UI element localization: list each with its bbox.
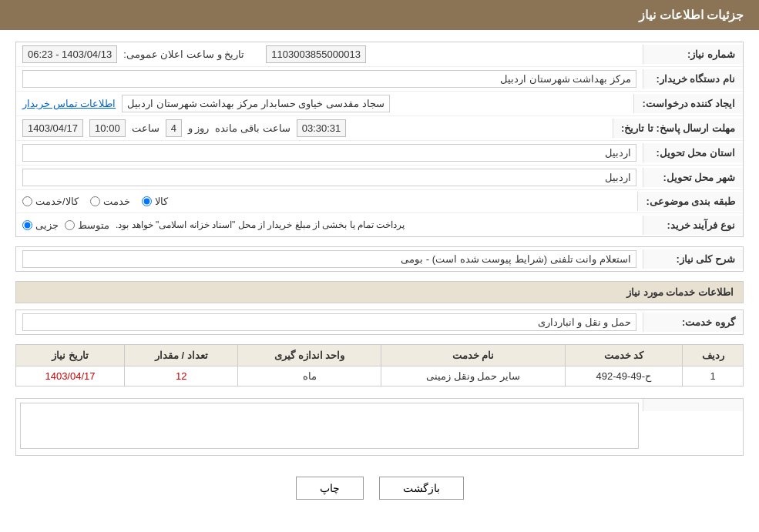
buyer-org-label: نام دستگاه خریدار:	[643, 69, 743, 89]
cell-date: 1403/04/17	[16, 366, 125, 386]
page-header: جزئیات اطلاعات نیاز	[0, 0, 759, 30]
need-number-label: شماره نیاز:	[643, 45, 743, 64]
col-code: کد خدمت	[565, 345, 682, 366]
service-group-value: حمل و نقل و انبارداری	[16, 310, 643, 334]
process-note: پرداخت تمام یا بخشی از مبلغ خریدار از مح…	[116, 219, 405, 230]
province-row: استان محل تحویل: اردبیل	[16, 141, 743, 166]
service-info-title: اطلاعات خدمات مورد نیاز	[15, 281, 744, 303]
buyer-org-input: مرکز بهداشت شهرستان اردبیل	[22, 70, 636, 88]
description-input: استعلام وانت تلفنی (شرایط پیوست شده است)…	[22, 250, 636, 268]
category-value: کالا خدمت کالا/خدمت	[16, 192, 637, 210]
buyer-notes-value	[16, 399, 643, 455]
col-quantity: تعداد / مقدار	[125, 345, 238, 366]
buyer-notes-section	[15, 398, 744, 456]
buyer-notes-label	[643, 399, 743, 411]
province-input: اردبیل	[22, 144, 636, 162]
table-header-row: ردیف کد خدمت نام خدمت واحد اندازه گیری ت…	[16, 345, 744, 366]
main-content: شماره نیاز: 1103003855000013 تاریخ و ساع…	[0, 30, 759, 523]
button-row: بازگشت چاپ	[15, 465, 744, 511]
process-jozi-label: جزیی	[35, 219, 59, 231]
buyer-org-row: نام دستگاه خریدار: مرکز بهداشت شهرستان ا…	[16, 67, 743, 92]
city-input: اردبیل	[22, 169, 636, 186]
requester-input: سجاد مقدسی خیاوی حسابدار مرکز بهداشت شهر…	[122, 95, 389, 112]
service-group-section: گروه خدمت: حمل و نقل و انبارداری	[15, 309, 744, 335]
announce-date-label: تاریخ و ساعت اعلان عمومی:	[123, 49, 244, 60]
buyer-org-value: مرکز بهداشت شهرستان اردبیل	[16, 67, 643, 91]
city-value: اردبیل	[16, 166, 643, 189]
need-number-row: شماره نیاز: 1103003855000013 تاریخ و ساع…	[16, 42, 743, 67]
description-value: استعلام وانت تلفنی (شرایط پیوست شده است)…	[16, 247, 643, 271]
announce-date-value: 1403/04/13 - 06:23	[22, 45, 117, 63]
cell-name: سایر حمل ونقل زمینی	[381, 366, 565, 386]
process-value: پرداخت تمام یا بخشی از مبلغ خریدار از مح…	[16, 216, 643, 234]
process-motavasset-item: متوسط	[65, 219, 109, 231]
cell-quantity: 12	[125, 366, 238, 386]
description-section: شرح کلی نیاز: استعلام وانت تلفنی (شرایط …	[15, 246, 744, 272]
deadline-value: 03:30:31 ساعت باقی مانده روز و 4 ساعت 10…	[16, 116, 613, 140]
col-row-num: ردیف	[683, 345, 744, 366]
back-button[interactable]: بازگشت	[379, 477, 464, 500]
category-kala-khedmat-radio[interactable]	[22, 196, 32, 206]
category-label: طبقه بندی موضوعی:	[637, 192, 743, 211]
category-row: طبقه بندی موضوعی: کالا خدمت کالا/خدمت	[16, 190, 743, 213]
col-name: نام خدمت	[381, 345, 565, 366]
buyer-notes-row	[16, 399, 743, 455]
category-kala-label: کالا	[155, 196, 168, 207]
col-unit: واحد اندازه گیری	[238, 345, 381, 366]
service-group-row: گروه خدمت: حمل و نقل و انبارداری	[16, 310, 743, 334]
process-motavasset-radio[interactable]	[65, 220, 75, 230]
requester-row: ایجاد کننده درخواست: سجاد مقدسی خیاوی حس…	[16, 92, 743, 116]
table-row: 1 ح-49-49-492 سایر حمل ونقل زمینی ماه 12…	[16, 366, 744, 386]
process-row: نوع فرآیند خرید: پرداخت تمام یا بخشی از …	[16, 213, 743, 236]
service-group-label: گروه خدمت:	[643, 313, 743, 332]
process-radio-group: پرداخت تمام یا بخشی از مبلغ خریدار از مح…	[22, 219, 636, 231]
cell-unit: ماه	[238, 366, 381, 386]
deadline-day-label: روز و	[188, 122, 210, 134]
deadline-remaining-label: ساعت باقی مانده	[215, 122, 290, 134]
city-row: شهر محل تحویل: اردبیل	[16, 166, 743, 190]
category-khedmat-label: خدمت	[103, 196, 130, 207]
city-label: شهر محل تحویل:	[643, 168, 743, 187]
description-label: شرح کلی نیاز:	[643, 249, 743, 269]
service-table-section: ردیف کد خدمت نام خدمت واحد اندازه گیری ت…	[15, 344, 744, 386]
category-radio-group: کالا خدمت کالا/خدمت	[22, 196, 631, 207]
description-row: شرح کلی نیاز: استعلام وانت تلفنی (شرایط …	[16, 247, 743, 271]
col-date: تاریخ نیاز	[16, 345, 125, 366]
process-jozi-radio[interactable]	[22, 220, 32, 230]
category-khedmat-item: خدمت	[90, 196, 130, 207]
service-table: ردیف کد خدمت نام خدمت واحد اندازه گیری ت…	[15, 344, 744, 386]
process-motavasset-label: متوسط	[78, 219, 109, 231]
province-label: استان محل تحویل:	[643, 143, 743, 162]
page-wrapper: جزئیات اطلاعات نیاز شماره نیاز: 11030038…	[0, 0, 759, 532]
need-number-value: 1103003855000013 تاریخ و ساعت اعلان عموم…	[16, 42, 643, 66]
deadline-days-input: 4	[166, 119, 182, 137]
deadline-time-label: ساعت	[132, 122, 160, 134]
process-jozi-item: جزیی	[22, 219, 59, 231]
cell-code: ح-49-49-492	[565, 366, 682, 386]
print-button[interactable]: چاپ	[296, 477, 364, 500]
contact-link[interactable]: اطلاعات تماس خریدار	[22, 98, 116, 109]
deadline-time-input: 10:00	[89, 119, 126, 137]
need-number-input: 1103003855000013	[266, 45, 366, 63]
category-kala-radio[interactable]	[142, 196, 152, 206]
service-group-input: حمل و نقل و انبارداری	[22, 313, 636, 331]
category-khedmat-radio[interactable]	[90, 196, 100, 206]
category-kala-khedmat-item: کالا/خدمت	[22, 196, 79, 207]
province-value: اردبیل	[16, 141, 643, 165]
deadline-row: مهلت ارسال پاسخ: تا تاریخ: 03:30:31 ساعت…	[16, 116, 743, 141]
process-label: نوع فرآیند خرید:	[643, 216, 743, 235]
deadline-date-input: 1403/04/17	[22, 119, 83, 137]
cell-row-num: 1	[683, 366, 744, 386]
deadline-remaining-input: 03:30:31	[297, 119, 347, 137]
category-kala-khedmat-label: کالا/خدمت	[35, 196, 79, 207]
deadline-label: مهلت ارسال پاسخ: تا تاریخ:	[613, 119, 743, 138]
requester-label: ایجاد کننده درخواست:	[633, 94, 743, 113]
buyer-notes-textarea[interactable]	[20, 403, 639, 449]
page-title: جزئیات اطلاعات نیاز	[639, 8, 744, 22]
info-section: شماره نیاز: 1103003855000013 تاریخ و ساع…	[15, 42, 744, 237]
requester-value: سجاد مقدسی خیاوی حسابدار مرکز بهداشت شهر…	[16, 92, 633, 115]
category-kala-item: کالا	[142, 196, 168, 207]
